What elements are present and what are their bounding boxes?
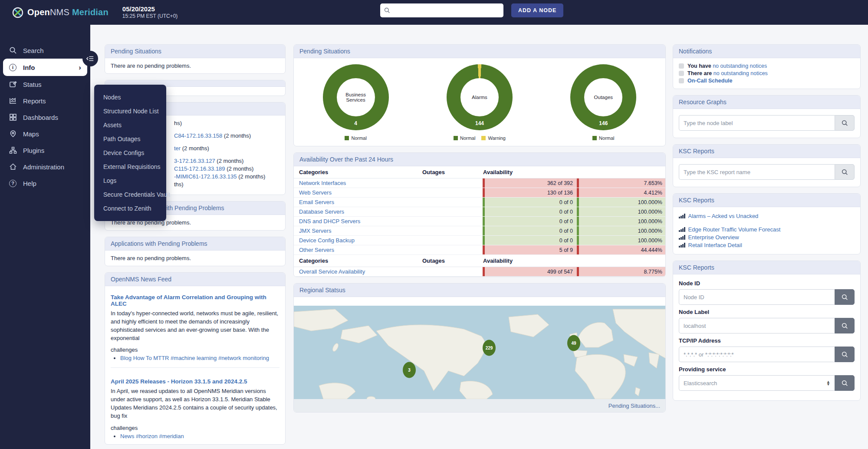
category-link[interactable]: DNS and DHCP Servers	[294, 217, 483, 226]
global-search-input[interactable]	[393, 7, 500, 14]
providing-service-select[interactable]: Elasticsearch ▲▼	[679, 375, 835, 391]
category-link[interactable]: Email Servers	[294, 198, 483, 207]
add-node-button[interactable]: ADD A NODE	[511, 3, 563, 17]
submenu-item-secure-credentials-vault[interactable]: Secure Credentials Vault	[94, 188, 166, 201]
category-link[interactable]: Overall Service Availability	[294, 267, 483, 276]
map-cluster-marker[interactable]: 49	[567, 335, 580, 351]
notification-text: On-Call Schedule	[687, 78, 733, 84]
sidebar-item-dashboards[interactable]: Dashboards	[0, 109, 90, 125]
news-item-link[interactable]: Blog How To MTTR #machine learning #netw…	[120, 355, 269, 361]
node-link[interactable]: -MIMIC61-172.16.33.135	[174, 173, 237, 180]
donut-chart: Alarms 144	[447, 64, 513, 130]
ksc-report-name-input[interactable]	[679, 164, 835, 180]
category-link[interactable]: Network Interfaces	[294, 178, 483, 188]
search-button[interactable]	[835, 289, 855, 305]
submenu-item-external-requisitions[interactable]: External Requisitions	[94, 160, 166, 174]
panel-title: KSC Reports	[673, 261, 860, 274]
outages-cell: 0 of 0	[483, 236, 577, 245]
providing-service-group: Elasticsearch ▲▼	[679, 375, 855, 391]
submenu-item-logs[interactable]: Logs	[94, 174, 166, 188]
sidebar-item-search[interactable]: Search	[0, 42, 90, 59]
search-button[interactable]	[835, 347, 855, 362]
ksc-report-search	[679, 164, 855, 180]
sidebar-item-reports[interactable]: Reports	[0, 92, 90, 109]
pending-situations-link[interactable]: Pending Situations...	[608, 403, 660, 409]
right-column: Notifications You have no outstanding no…	[673, 44, 861, 407]
ksc-report-item: Alarms – Acked vs Unacked	[679, 213, 855, 219]
ksc-report-link[interactable]: Retail Interface Detail	[688, 242, 742, 248]
notifications-panel: Notifications You have no outstanding no…	[673, 44, 861, 89]
submenu-item-nodes[interactable]: Nodes	[94, 90, 166, 104]
node-link[interactable]: C84-172.16.33.158	[174, 132, 222, 139]
sidebar-item-maps[interactable]: Maps	[0, 125, 90, 142]
sidebar-item-label: Help	[23, 180, 36, 187]
sidebar-item-help[interactable]: ? Help	[0, 175, 90, 191]
category-link[interactable]: Device Config Backup	[294, 236, 483, 245]
submenu-item-assets[interactable]: Assets	[94, 118, 166, 132]
search-button[interactable]	[835, 375, 855, 391]
submenu-item-path-outages[interactable]: Path Outages	[94, 132, 166, 146]
panel-title: Applications with Pending Problems	[105, 237, 285, 251]
donut-label: Outages	[594, 95, 613, 100]
donut-charts: Business Services 4 Normal Alarms 144	[294, 58, 665, 146]
ksc-report-link[interactable]: Enterprise Overview	[688, 234, 739, 241]
availability-cell: 100.000%	[577, 217, 666, 226]
notices-link[interactable]: no outstanding notices	[713, 63, 767, 69]
legend-swatch-normal	[592, 136, 597, 140]
panel-title: KSC Reports	[673, 194, 860, 207]
oncall-schedule-link[interactable]: On-Call Schedule	[687, 78, 733, 84]
reports-chart-icon	[9, 97, 17, 105]
map-cluster-marker[interactable]: 229	[483, 340, 496, 356]
map-cluster-marker[interactable]: 3	[403, 362, 416, 378]
sidebar-collapse-button[interactable]	[82, 51, 98, 66]
availability-cell: 4.412%	[577, 188, 666, 197]
node-link[interactable]: ter	[174, 145, 181, 152]
category-link[interactable]: JMX Servers	[294, 226, 483, 235]
sidebar-item-label: Search	[23, 47, 44, 54]
node-id-input[interactable]	[679, 289, 835, 305]
brand-logo[interactable]: OpenNMSMeridian	[12, 7, 108, 18]
notices-link[interactable]: no outstanding notices	[713, 70, 768, 76]
world-map[interactable]: 229 49 3	[294, 306, 665, 399]
status-icon	[9, 80, 17, 88]
submenu-item-connect-to-zenith[interactable]: Connect to Zenith	[94, 201, 166, 215]
availability-cell: 100.000%	[577, 207, 666, 216]
category-link[interactable]: Other Servers	[294, 245, 483, 254]
donut-label: Business Services	[339, 92, 373, 102]
node-link[interactable]: C115-172.16.33.189	[174, 165, 225, 172]
availability-row: Database Servers 0 of 0 100.000%	[294, 207, 665, 217]
submenu-item-device-configs[interactable]: Device Configs	[94, 146, 166, 160]
node-link[interactable]: 3-172.16.33.127	[174, 158, 215, 164]
search-button[interactable]	[835, 318, 855, 333]
sidebar-item-status[interactable]: Status	[0, 76, 90, 92]
outages-cell: 5 of 9	[483, 245, 577, 254]
donut-value: 4	[323, 120, 389, 126]
outages-donut: Outages 146 Normal	[542, 64, 665, 141]
news-item-title[interactable]: April 2025 Releases - Horizon 33.1.5 and…	[111, 378, 247, 385]
ksc-report-link[interactable]: Alarms – Acked vs Unacked	[688, 213, 759, 219]
search-icon	[842, 380, 848, 386]
search-button[interactable]	[835, 164, 855, 180]
node-label-input[interactable]	[679, 115, 835, 131]
search-button[interactable]	[835, 115, 855, 131]
field-label: TCP/IP Address	[679, 337, 855, 344]
sidebar-item-info[interactable]: i Info	[3, 59, 87, 76]
sidebar-item-administration[interactable]: Administration	[0, 158, 90, 175]
info-submenu: Nodes Structured Node List Assets Path O…	[94, 85, 166, 221]
news-item-link[interactable]: News #horizon #meridian	[120, 433, 184, 439]
panel-title: Regional Statsus	[294, 284, 665, 297]
news-item-title[interactable]: Take Advantage of Alarm Correlation and …	[111, 294, 279, 307]
category-link[interactable]: Database Servers	[294, 207, 483, 216]
news-item: Take Advantage of Alarm Correlation and …	[111, 291, 279, 375]
node-id-group	[679, 289, 855, 305]
node-label-input[interactable]	[679, 318, 835, 333]
ksc-report-item: Enterprise Overview	[679, 234, 855, 241]
availability-cell: 7.653%	[577, 178, 666, 188]
submenu-item-structured-node-list[interactable]: Structured Node List	[94, 104, 166, 118]
search-icon	[842, 351, 848, 358]
tcpip-address-input[interactable]	[679, 347, 835, 362]
category-link[interactable]: Web Servers	[294, 188, 483, 197]
sidebar-item-plugins[interactable]: Plugins	[0, 142, 90, 158]
ksc-report-link[interactable]: Edge Router Traffic Volume Forecast	[688, 226, 781, 233]
legend-swatch-normal	[454, 136, 458, 140]
